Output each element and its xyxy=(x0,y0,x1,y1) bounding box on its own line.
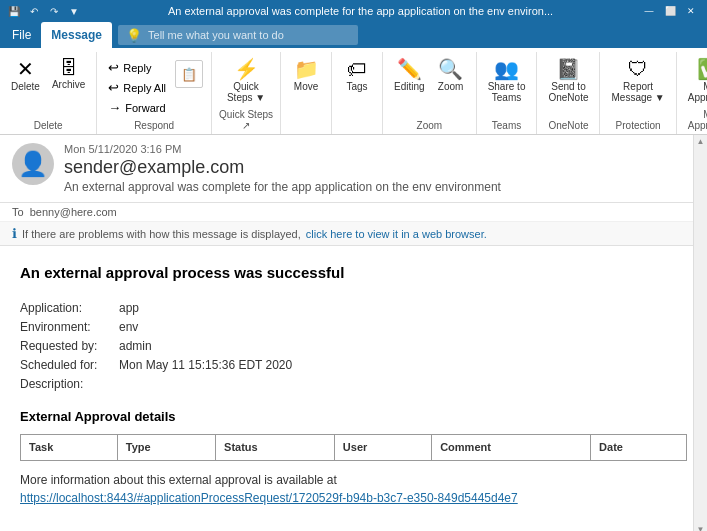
tags-icon: 🏷 xyxy=(347,59,367,79)
ribbon-group-protection: 🛡 ReportMessage ▼ Protection xyxy=(600,52,676,134)
detail-row-description: Description: xyxy=(20,375,687,393)
my-approvals-button[interactable]: ✅ MyApprovals xyxy=(683,56,707,106)
share-to-teams-button[interactable]: 👥 Share toTeams xyxy=(483,56,531,106)
more-info-link[interactable]: https://localhost:8443/#applicationProce… xyxy=(20,491,518,505)
move-button[interactable]: 📁 Move xyxy=(287,56,325,95)
email-date: Mon 5/11/2020 3:16 PM xyxy=(64,143,695,155)
editing-icon: ✏️ xyxy=(397,59,422,79)
search-box[interactable]: 💡 xyxy=(118,25,358,45)
main-area: 👤 Mon 5/11/2020 3:16 PM sender@example.c… xyxy=(0,135,707,531)
ribbon-group-quicksteps-content: ⚡ QuickSteps ▼ xyxy=(216,52,276,106)
zoom-label: Zoom xyxy=(438,81,464,92)
teams-group-label: Teams xyxy=(481,117,533,134)
pin-icon[interactable]: ▼ xyxy=(66,3,82,19)
table-header-row: Task Type Status User Comment Date xyxy=(21,435,687,461)
email-body: An external approval process was success… xyxy=(0,246,707,523)
scheduled-value: Mon May 11 15:15:36 EDT 2020 xyxy=(119,356,292,374)
ribbon-group-move-content: 📁 Move xyxy=(285,52,327,120)
report-label: ReportMessage ▼ xyxy=(611,81,664,103)
respond-menu-button[interactable]: 📋 xyxy=(175,60,203,88)
forward-button[interactable]: → Forward xyxy=(103,98,171,117)
ribbon-group-teams-content: 👥 Share toTeams xyxy=(481,52,533,117)
ribbon-group-protection-content: 🛡 ReportMessage ▼ xyxy=(604,52,671,117)
col-comment: Comment xyxy=(432,435,591,461)
zoom-button[interactable]: 🔍 Zoom xyxy=(432,56,470,95)
zoom-icon: 🔍 xyxy=(438,59,463,79)
report-message-button[interactable]: 🛡 ReportMessage ▼ xyxy=(606,56,669,106)
title-bar: 💾 ↶ ↷ ▼ An external approval was complet… xyxy=(0,0,707,22)
report-icon: 🛡 xyxy=(628,59,648,79)
editing-button[interactable]: ✏️ Editing xyxy=(389,56,430,95)
environment-label: Environment: xyxy=(20,318,115,336)
ribbon-group-approvals: ✅ MyApprovals My Approvals xyxy=(677,52,707,134)
quick-steps-icon: ⚡ xyxy=(234,59,259,79)
redo-icon[interactable]: ↷ xyxy=(46,3,62,19)
reply-icon: ↩ xyxy=(108,60,119,75)
ribbon-group-delete: ✕ Delete 🗄 Archive Delete xyxy=(0,52,97,134)
archive-button[interactable]: 🗄 Archive xyxy=(47,56,90,93)
ribbon-group-zoom: ✏️ Editing 🔍 Zoom Zoom xyxy=(383,52,477,134)
lightbulb-icon: 💡 xyxy=(126,28,142,43)
col-date: Date xyxy=(591,435,687,461)
reply-label: Reply xyxy=(123,62,151,74)
reply-all-icon: ↩ xyxy=(108,80,119,95)
share-teams-label: Share toTeams xyxy=(488,81,526,103)
email-to-line: To benny@here.com xyxy=(0,203,707,222)
ribbon-group-zoom-content: ✏️ Editing 🔍 Zoom xyxy=(387,52,472,117)
message-menu[interactable]: Message xyxy=(41,22,112,48)
move-icon: 📁 xyxy=(294,59,319,79)
col-status: Status xyxy=(216,435,335,461)
reply-button[interactable]: ↩ Reply xyxy=(103,58,171,77)
file-menu[interactable]: File xyxy=(2,22,41,48)
email-header: 👤 Mon 5/11/2020 3:16 PM sender@example.c… xyxy=(0,135,707,203)
info-text: If there are problems with how this mess… xyxy=(22,228,301,240)
send-to-onenote-button[interactable]: 📓 Send toOneNote xyxy=(543,56,593,106)
col-user: User xyxy=(334,435,431,461)
environment-value: env xyxy=(119,318,138,336)
detail-row-application: Application: app xyxy=(20,299,687,317)
close-button[interactable]: ✕ xyxy=(681,3,701,19)
tags-label: Tags xyxy=(347,81,368,92)
more-info: More information about this external app… xyxy=(20,471,687,507)
tags-button[interactable]: 🏷 Tags xyxy=(338,56,376,95)
title-bar-icons: 💾 ↶ ↷ ▼ xyxy=(6,3,82,19)
scroll-down-arrow[interactable]: ▼ xyxy=(695,523,707,531)
quick-steps-button[interactable]: ⚡ QuickSteps ▼ xyxy=(218,56,274,106)
approvals-group-label: My Approvals xyxy=(681,106,707,134)
tags-group-label xyxy=(336,120,378,134)
ribbon-group-move: 📁 Move xyxy=(281,52,332,134)
quicksteps-group-label: Quick Steps ↗ xyxy=(216,106,276,134)
detail-row-environment: Environment: env xyxy=(20,318,687,336)
scroll-up-arrow[interactable]: ▲ xyxy=(695,135,707,148)
archive-label: Archive xyxy=(52,79,85,90)
ribbon-group-onenote-content: 📓 Send toOneNote xyxy=(541,52,595,117)
move-label: Move xyxy=(294,81,318,92)
avatar: 👤 xyxy=(12,143,54,185)
reply-all-button[interactable]: ↩ Reply All xyxy=(103,78,171,97)
requestedby-label: Requested by: xyxy=(20,337,115,355)
view-browser-link[interactable]: click here to view it in a web browser. xyxy=(306,228,487,240)
ribbon: ✕ Delete 🗄 Archive Delete ↩ Reply ↩ Repl… xyxy=(0,48,707,135)
title-bar-controls: — ⬜ ✕ xyxy=(639,3,701,19)
undo-icon[interactable]: ↶ xyxy=(26,3,42,19)
my-approvals-label: MyApprovals xyxy=(688,81,707,103)
minimize-button[interactable]: — xyxy=(639,3,659,19)
application-label: Application: xyxy=(20,299,115,317)
detail-row-requestedby: Requested by: admin xyxy=(20,337,687,355)
delete-button[interactable]: ✕ Delete xyxy=(6,56,45,95)
maximize-button[interactable]: ⬜ xyxy=(660,3,680,19)
zoom-group-label: Zoom xyxy=(387,117,472,134)
email-info-bar: ℹ If there are problems with how this me… xyxy=(0,222,707,246)
search-input[interactable] xyxy=(148,29,350,41)
ribbon-group-approvals-content: ✅ MyApprovals xyxy=(681,52,707,106)
ribbon-group-respond-content: ↩ Reply ↩ Reply All → Forward 📋 xyxy=(101,52,207,117)
ribbon-group-respond: ↩ Reply ↩ Reply All → Forward 📋 Respond xyxy=(97,52,212,134)
save-icon[interactable]: 💾 xyxy=(6,3,22,19)
delete-icon: ✕ xyxy=(17,59,34,79)
scheduled-label: Scheduled for: xyxy=(20,356,115,374)
description-label: Description: xyxy=(20,375,115,393)
scrollbar[interactable]: ▲ ▼ xyxy=(693,135,707,531)
quick-steps-label: QuickSteps ▼ xyxy=(227,81,265,103)
quicksteps-label-text: Quick Steps ↗ xyxy=(216,109,276,131)
title-bar-message: An external approval was complete for th… xyxy=(82,5,639,17)
